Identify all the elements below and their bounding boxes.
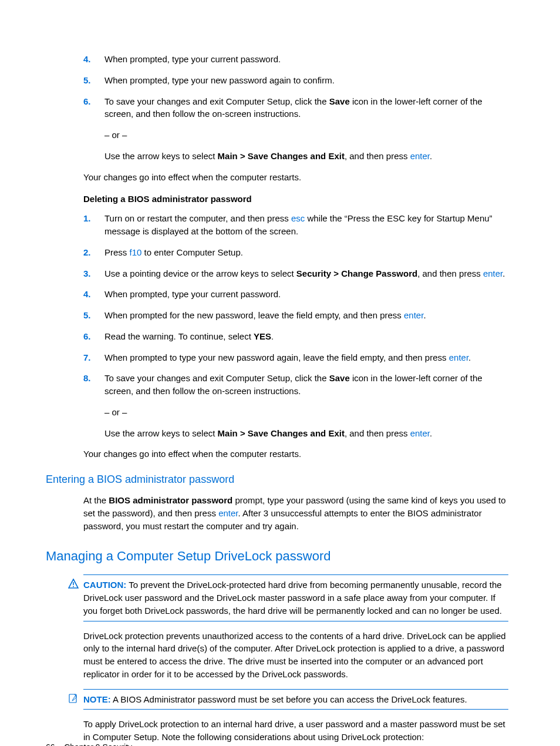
list-body: To save your changes and exit Computer S… xyxy=(104,96,508,163)
caution-callout: CAUTION: To prevent the DriveLock-protec… xyxy=(83,574,508,621)
list-body: When prompted, type your current passwor… xyxy=(104,54,281,64)
note-icon xyxy=(68,693,79,707)
list-number: 2. xyxy=(83,246,91,259)
document-page: 4.When prompted, type your current passw… xyxy=(0,0,560,746)
paragraph: DriveLock protection prevents unauthoriz… xyxy=(83,630,508,681)
list-body: Read the warning. To continue, select YE… xyxy=(104,331,274,341)
list-item: 4.When prompted, type your current passw… xyxy=(83,53,508,66)
list-item: 8.To save your changes and exit Computer… xyxy=(83,372,508,439)
paragraph: Your changes go into effect when the com… xyxy=(83,448,508,461)
list-body: To save your changes and exit Computer S… xyxy=(104,373,508,439)
list-number: 5. xyxy=(83,309,91,322)
list-item: 5.When prompted for the new password, le… xyxy=(83,309,508,322)
list-number: 1. xyxy=(83,212,91,225)
list-number: 8. xyxy=(83,372,91,385)
chapter-label: Chapter 9 Security xyxy=(64,742,132,746)
note-label: NOTE: xyxy=(83,694,111,704)
note-body: A BIOS Administrator password must be se… xyxy=(113,694,467,704)
page-number: 66 xyxy=(46,742,55,746)
list-number: 7. xyxy=(83,351,91,364)
list-number: 5. xyxy=(83,74,91,87)
list-item: 2.Press f10 to enter Computer Setup. xyxy=(83,246,508,259)
list-body: Turn on or restart the computer, and the… xyxy=(104,213,492,236)
list-item: 1.Turn on or restart the computer, and t… xyxy=(83,212,508,238)
caution-body: To prevent the DriveLock-protected hard … xyxy=(83,580,502,616)
heading-entering-bios: Entering a BIOS administrator password xyxy=(46,473,508,486)
list-body: Press f10 to enter Computer Setup. xyxy=(104,247,243,257)
paragraph: To apply DriveLock protection to an inte… xyxy=(83,718,508,744)
list-body: When prompted to type your new password … xyxy=(104,352,471,362)
list-number: 6. xyxy=(83,95,91,108)
list-body: Use a pointing device or the arrow keys … xyxy=(104,268,505,278)
paragraph: Your changes go into effect when the com… xyxy=(83,171,508,184)
list-number: 4. xyxy=(83,53,91,66)
list-body: When prompted for the new password, leav… xyxy=(104,310,426,320)
list-item: 5.When prompted, type your new password … xyxy=(83,74,508,87)
svg-point-2 xyxy=(73,586,74,587)
ordered-list-1: 4.When prompted, type your current passw… xyxy=(83,53,508,163)
list-number: 6. xyxy=(83,330,91,343)
paragraph: At the BIOS administrator password promp… xyxy=(83,494,508,532)
list-body: When prompted, type your new password ag… xyxy=(104,75,335,85)
subheading-deleting: Deleting a BIOS administrator password xyxy=(83,194,508,204)
caution-icon xyxy=(68,579,79,593)
heading-managing-drivelock: Managing a Computer Setup DriveLock pass… xyxy=(46,549,508,564)
list-item: 7.When prompted to type your new passwor… xyxy=(83,351,508,364)
list-item: 6.Read the warning. To continue, select … xyxy=(83,330,508,343)
note-callout: NOTE: A BIOS Administrator password must… xyxy=(83,689,508,710)
caution-label: CAUTION: xyxy=(83,580,126,590)
list-body: When prompted, type your current passwor… xyxy=(104,289,281,299)
list-number: 3. xyxy=(83,267,91,280)
ordered-list-2: 1.Turn on or restart the computer, and t… xyxy=(83,212,508,439)
page-footer: 66 Chapter 9 Security xyxy=(46,742,132,746)
list-item: 3.Use a pointing device or the arrow key… xyxy=(83,267,508,280)
list-item: 4.When prompted, type your current passw… xyxy=(83,288,508,301)
list-number: 4. xyxy=(83,288,91,301)
list-item: 6.To save your changes and exit Computer… xyxy=(83,95,508,163)
